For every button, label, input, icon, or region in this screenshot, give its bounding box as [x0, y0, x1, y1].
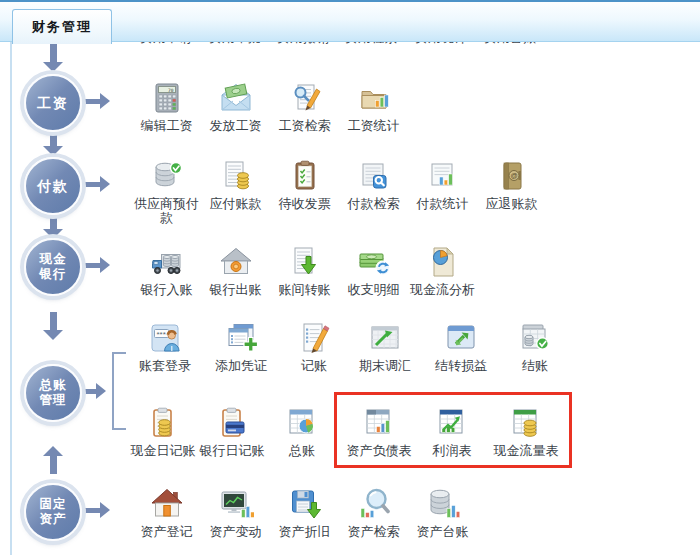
- db-chart-icon: [425, 486, 461, 522]
- circle-payment[interactable]: 付款: [24, 157, 82, 215]
- sheet-coins-icon: [508, 405, 544, 441]
- flow-arrow-down-icon: [43, 134, 63, 156]
- clipboard-coins-icon: [145, 405, 181, 441]
- feature-label: 记账: [301, 359, 327, 373]
- feature-label: 待收发票: [279, 197, 331, 211]
- item-period-end-fx-adjustment[interactable]: 期末调汇: [348, 320, 422, 373]
- doc-pie-icon: [425, 244, 461, 280]
- arrow-right-icon: [84, 176, 110, 192]
- item-income-expense-detail[interactable]: 收支明细: [339, 244, 408, 297]
- address-book-icon: @: [494, 158, 530, 194]
- item-bank-deposit[interactable]: 银行入账: [132, 244, 201, 297]
- feature-label: 资产登记: [141, 525, 193, 539]
- feature-label: 发放工资: [210, 119, 262, 133]
- item-refundable-payment[interactable]: @应退账款: [477, 158, 546, 211]
- item-pay-salary[interactable]: 发放工资: [201, 80, 270, 133]
- doc-arrow-down-icon: [287, 244, 323, 280]
- item-payment-search[interactable]: 付款检索: [339, 158, 408, 211]
- item-invoices-to-receive[interactable]: 待收发票: [270, 158, 339, 211]
- feature-label: 现金日记账: [131, 444, 196, 458]
- feature-label: 工资检索: [279, 119, 331, 133]
- circle-label: 银行: [40, 267, 67, 282]
- highlight-box: 资产负债表利润表现金流量表: [334, 392, 572, 468]
- feature-label: 编辑工资: [141, 119, 193, 133]
- circle-cash-bank[interactable]: 现金银行: [24, 238, 82, 296]
- item-cashflow-analysis[interactable]: 现金流分析: [408, 244, 477, 297]
- doc-search-pencil-icon: [287, 80, 323, 116]
- feature-label: 资产台账: [417, 525, 469, 539]
- item-payment-stats[interactable]: 付款统计: [408, 158, 477, 211]
- doc-pencil-icon: [296, 320, 332, 356]
- item-bank-withdrawal[interactable]: 银行出账: [201, 244, 270, 297]
- svg-text:@: @: [510, 172, 517, 179]
- item-balance-sheet[interactable]: 资产负债表: [341, 405, 417, 458]
- item-income-statement[interactable]: 利润表: [417, 405, 487, 458]
- feature-label: 资产负债表: [347, 444, 412, 458]
- items-general-ledger-sub2: 现金日记账银行日记账总账资产负债表利润表现金流量表: [128, 405, 572, 468]
- feature-label: 工资统计: [348, 119, 400, 133]
- arrow-right-icon: [84, 502, 110, 518]
- envelope-money-icon: [218, 80, 254, 116]
- item-cashflow-statement[interactable]: 现金流量表: [487, 405, 565, 458]
- circle-fixed-assets[interactable]: 固定资产: [24, 483, 82, 541]
- item-closing[interactable]: 结账: [500, 320, 570, 373]
- arrow-right-icon: [84, 257, 110, 273]
- circle-salary[interactable]: 工资: [24, 74, 82, 132]
- login-user-icon: ***: [147, 320, 183, 356]
- item-bank-journal[interactable]: 银行日记账: [198, 405, 266, 458]
- item-account-set-login[interactable]: ***账套登录: [128, 320, 202, 373]
- clipboard-check-icon: [287, 158, 323, 194]
- circle-label: 现金: [40, 252, 67, 267]
- sheet-arrow-up-icon: [434, 405, 470, 441]
- flow-arrow-down-icon: [43, 217, 63, 239]
- floppy-down-icon: [287, 486, 323, 522]
- arrow-right-icon: [84, 383, 106, 399]
- table-check-icon: [517, 320, 553, 356]
- arrow-right-icon: [84, 93, 110, 109]
- finance-feature-map: 费用申请费用审批费用报销费用检索费用统计费用台账工资70编辑工资发放工资工资检索…: [0, 0, 700, 555]
- feature-label: 银行入账: [141, 283, 193, 297]
- chart-up-icon: [367, 320, 403, 356]
- circle-label: 付款: [37, 179, 69, 194]
- money-sync-icon: [356, 244, 392, 280]
- feature-label: 期末调汇: [359, 359, 411, 373]
- item-inter-account-transfer[interactable]: 账间转账: [270, 244, 339, 297]
- item-cash-journal[interactable]: 现金日记账: [128, 405, 198, 458]
- item-carry-over-profit-loss[interactable]: 结转损益: [422, 320, 500, 373]
- screen-chart-icon: [218, 486, 254, 522]
- circle-label: 资产: [40, 512, 67, 527]
- items-salary: 70编辑工资发放工资工资检索工资统计: [132, 80, 408, 133]
- toolbar: 财务管理: [0, 0, 700, 42]
- item-asset-depreciation[interactable]: 资产折旧: [270, 486, 339, 539]
- item-bookkeeping[interactable]: 记账: [280, 320, 348, 373]
- item-asset-ledger[interactable]: 资产台账: [408, 486, 477, 539]
- item-accounts-payable[interactable]: 应付账款: [201, 158, 270, 211]
- item-general-ledger-book[interactable]: 总账: [266, 405, 338, 458]
- db-check-icon: [149, 158, 185, 194]
- item-salary-stats[interactable]: 工资统计: [339, 80, 408, 133]
- feature-label: 资产折旧: [279, 525, 331, 539]
- items-fixed-assets: 资产登记资产变动资产折旧资产检索资产台账: [132, 486, 477, 539]
- feature-label: 现金流量表: [494, 444, 559, 458]
- group-bracket: [112, 352, 126, 430]
- feature-label: 供应商预付款: [132, 197, 201, 225]
- feature-label: 总账: [289, 444, 315, 458]
- items-cash-bank: 银行入账银行出账账间转账收支明细现金流分析: [132, 244, 477, 297]
- item-asset-change[interactable]: 资产变动: [201, 486, 270, 539]
- tab-finance-management[interactable]: 财务管理: [12, 9, 112, 44]
- sheet-pie-icon: [284, 405, 320, 441]
- item-asset-registration[interactable]: 资产登记: [132, 486, 201, 539]
- truck-db-icon: [149, 244, 185, 280]
- item-salary-search[interactable]: 工资检索: [270, 80, 339, 133]
- item-add-voucher[interactable]: 添加凭证: [202, 320, 280, 373]
- house-icon: [149, 486, 185, 522]
- feature-label: 应退账款: [486, 197, 538, 211]
- feature-label: 结账: [522, 359, 548, 373]
- item-edit-salary[interactable]: 70编辑工资: [132, 80, 201, 133]
- item-supplier-prepayment[interactable]: 供应商预付款: [132, 158, 201, 225]
- circle-general-ledger[interactable]: 总账管理: [24, 364, 82, 422]
- feature-label: 应付账款: [210, 197, 262, 211]
- magnifier-chart-icon: [356, 486, 392, 522]
- circle-label: 管理: [40, 393, 67, 408]
- item-asset-search[interactable]: 资产检索: [339, 486, 408, 539]
